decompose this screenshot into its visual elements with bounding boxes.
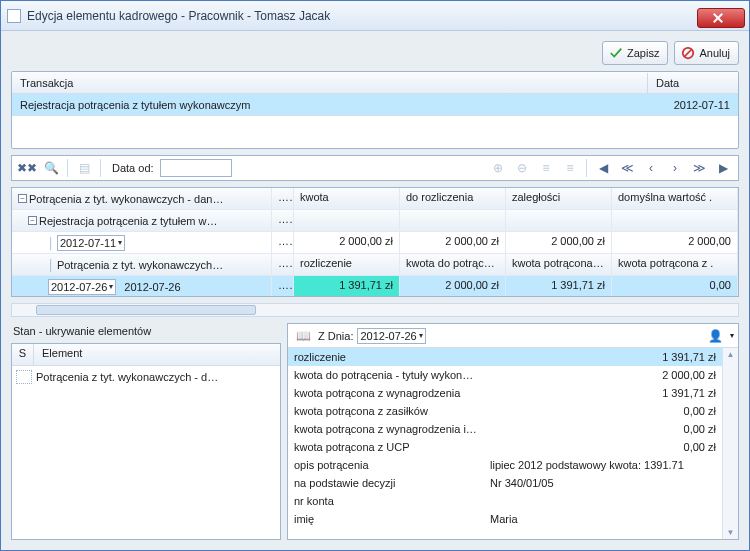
stan-checkbox[interactable]: [16, 370, 32, 384]
col-kwota[interactable]: kwota: [294, 188, 400, 210]
date-picker[interactable]: 2012-07-26▾: [48, 279, 116, 295]
chevron-down-icon[interactable]: ▾: [730, 331, 734, 340]
browse-button[interactable]: …: [272, 210, 294, 232]
remove-icon[interactable]: ⊖: [511, 158, 533, 178]
tree-grid-node-rejestracja: − Rejestracja potrącenia z tytułem w… …: [12, 210, 738, 232]
col-domyslna[interactable]: domyślna wartość .: [612, 188, 738, 210]
nav-last-icon[interactable]: ▶: [712, 158, 734, 178]
horizontal-scrollbar[interactable]: [11, 303, 739, 317]
tree-node-label: Rejestracja potrącenia z tytułem w…: [39, 215, 218, 227]
subheader-rozliczenie: rozliczenie: [294, 254, 400, 276]
nav-first-icon[interactable]: ◀: [592, 158, 614, 178]
indent-right-icon[interactable]: ≡: [559, 158, 581, 178]
detail-row[interactable]: kwota potrącona z wynagrodzenia i…0,00 z…: [288, 420, 738, 438]
transaction-row[interactable]: Rejestracja potrącenia z tytułem wykonaw…: [12, 94, 738, 116]
browse-button[interactable]: …: [272, 188, 294, 210]
cell-do-rozliczenia: 2 000,00 zł: [400, 276, 506, 297]
tree-leaf[interactable]: 2012-07-26▾ 2012-07-26: [12, 276, 272, 297]
tree-node[interactable]: − Rejestracja potrącenia z tytułem w…: [12, 210, 272, 232]
settings-icon[interactable]: ✖✖: [16, 158, 38, 178]
stan-col-s[interactable]: S: [12, 344, 34, 365]
browse-button[interactable]: …: [272, 232, 294, 254]
browse-button[interactable]: …: [272, 254, 294, 276]
person-icon[interactable]: 👤: [704, 326, 726, 346]
detail-row[interactable]: kwota potrącona z zasiłków0,00 zł: [288, 402, 738, 420]
tree-node[interactable]: │ Potrącenia z tyt. wykonawczych…: [12, 254, 272, 276]
detail-value: 2 000,00 zł: [484, 369, 738, 381]
content: Zapisz Anuluj Transakcja Data Rejestracj…: [1, 31, 749, 550]
collapse-icon[interactable]: −: [18, 194, 27, 203]
tree-grid-node-potracenia: │ Potrącenia z tyt. wykonawczych… … rozl…: [12, 254, 738, 276]
detail-row[interactable]: na podstawie decyzjiNr 340/01/05: [288, 474, 738, 492]
zdnia-picker[interactable]: 2012-07-26▾: [357, 328, 425, 344]
cancel-button[interactable]: Anuluj: [674, 41, 739, 65]
tree-grid-row-20120726[interactable]: 2012-07-26▾ 2012-07-26 … 1 391,71 zł 2 0…: [12, 276, 738, 297]
detail-row[interactable]: nr konta: [288, 492, 738, 510]
detail-row[interactable]: rozliczenie1 391,71 zł: [288, 348, 738, 366]
chevron-down-icon: ▾: [109, 282, 113, 291]
detail-row[interactable]: kwota potrącona z wynagrodzenia1 391,71 …: [288, 384, 738, 402]
th-date[interactable]: Data: [648, 73, 738, 93]
indent-left-icon[interactable]: ≡: [535, 158, 557, 178]
detail-row[interactable]: opis potrącenialipiec 2012 podstawowy kw…: [288, 456, 738, 474]
th-transaction[interactable]: Transakcja: [12, 73, 648, 93]
scrollbar-thumb[interactable]: [36, 305, 256, 315]
date-picker[interactable]: 2012-07-11▾: [57, 235, 125, 251]
close-button[interactable]: [697, 8, 745, 28]
cell-zaleglosci: 1 391,71 zł: [506, 276, 612, 297]
transaction-text: Rejestracja potrącenia z tytułem wykonaw…: [12, 95, 648, 115]
cell-empty: [506, 210, 612, 232]
add-icon[interactable]: ⊕: [487, 158, 509, 178]
stan-grid: S Element Potrącenia z tyt. wykonawczych…: [11, 343, 281, 540]
collapse-icon[interactable]: −: [28, 216, 37, 225]
detail-row[interactable]: kwota do potrącenia - tytuły wykon…2 000…: [288, 366, 738, 384]
cell-domyslna: 2 000,00: [612, 232, 738, 254]
date-value: 2012-07-11: [60, 237, 116, 249]
tree-node-root[interactable]: − Potrącenia z tyt. wykonawczych - dan…: [12, 188, 272, 210]
stop-icon: [681, 46, 695, 60]
detail-key: kwota potrącona z wynagrodzenia: [288, 387, 484, 399]
nav-back-icon[interactable]: ‹: [640, 158, 662, 178]
stan-panel: Stan - ukrywanie elementów S Element Pot…: [11, 323, 281, 540]
detail-value: lipiec 2012 podstawowy kwota: 1391.71: [484, 459, 738, 471]
detail-row[interactable]: kwota potrącona z UCP0,00 zł: [288, 438, 738, 456]
titlebar: Edycja elementu kadrowego - Pracownik - …: [1, 1, 749, 31]
save-button[interactable]: Zapisz: [602, 41, 668, 65]
date-value-2: 2012-07-26: [124, 281, 180, 293]
cell-do-rozliczenia: 2 000,00 zł: [400, 232, 506, 254]
document-icon[interactable]: ▤: [73, 158, 95, 178]
vertical-scrollbar[interactable]: ▲ ▼: [722, 348, 738, 539]
stan-row-label: Potrącenia z tyt. wykonawczych - d…: [36, 371, 218, 383]
stan-row[interactable]: Potrącenia z tyt. wykonawczych - d…: [12, 366, 280, 388]
separator: [67, 159, 68, 177]
nav-fast-fwd-icon[interactable]: ≫: [688, 158, 710, 178]
cell-kwota: 2 000,00 zł: [294, 232, 400, 254]
browse-button[interactable]: …: [272, 276, 294, 297]
tree-grid-row-20120711[interactable]: │ 2012-07-11▾ … 2 000,00 zł 2 000,00 zł …: [12, 232, 738, 254]
detail-key: kwota do potrącenia - tytuły wykon…: [288, 369, 484, 381]
book-icon[interactable]: 📖: [292, 326, 314, 346]
tree-line: │: [48, 237, 55, 249]
scroll-down-icon[interactable]: ▼: [727, 528, 735, 537]
tree-grid-root-row: − Potrącenia z tyt. wykonawczych - dan… …: [12, 188, 738, 210]
cell-domyslna: 0,00: [612, 276, 738, 297]
subheader-kwota-potr-z: kwota potrącona z .: [612, 254, 738, 276]
toolbar: ✖✖ 🔍 ▤ Data od: ⊕ ⊖ ≡ ≡ ◀ ≪ ‹ › ≫ ▶: [11, 155, 739, 181]
detail-key: nr konta: [288, 495, 484, 507]
tree-leaf[interactable]: │ 2012-07-11▾: [12, 232, 272, 254]
stan-col-element[interactable]: Element: [34, 344, 280, 365]
col-do-rozliczenia[interactable]: do rozliczenia: [400, 188, 506, 210]
nav-fwd-icon[interactable]: ›: [664, 158, 686, 178]
col-zaleglosci[interactable]: zaległości: [506, 188, 612, 210]
scroll-up-icon[interactable]: ▲: [727, 350, 735, 359]
svg-line-1: [685, 50, 692, 57]
magnifier-icon[interactable]: 🔍: [40, 158, 62, 178]
zdnia-label: Z Dnia:: [318, 330, 353, 342]
detail-value: 1 391,71 zł: [484, 351, 738, 363]
app-icon: [7, 9, 21, 23]
date-od-input[interactable]: [160, 159, 232, 177]
detail-value: 0,00 zł: [484, 441, 738, 453]
detail-key: rozliczenie: [288, 351, 484, 363]
detail-row[interactable]: imięMaria: [288, 510, 738, 528]
nav-fast-back-icon[interactable]: ≪: [616, 158, 638, 178]
